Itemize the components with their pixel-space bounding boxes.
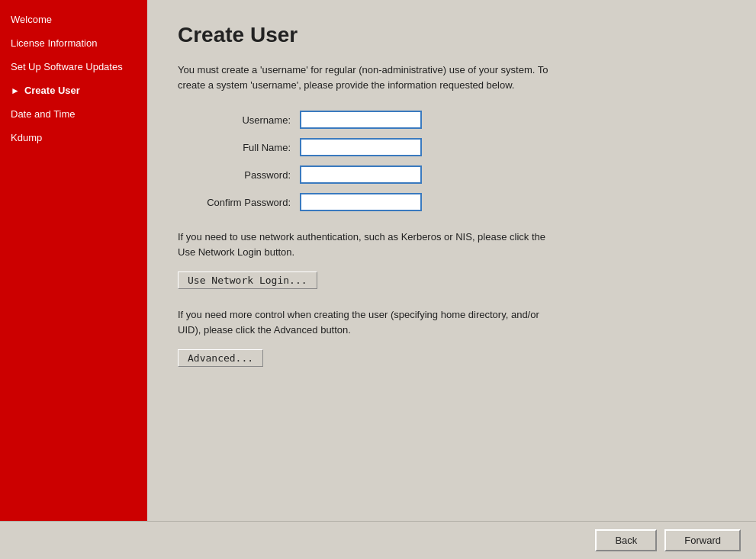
sidebar-item-label: Date and Time <box>11 108 76 120</box>
use-network-login-button[interactable]: Use Network Login... <box>178 271 317 289</box>
network-auth-section: If you need to use network authenticatio… <box>178 230 725 289</box>
sidebar-item-label: Kdump <box>11 132 42 143</box>
sidebar: Welcome License Information Set Up Softw… <box>0 0 147 521</box>
confirm-password-input[interactable] <box>300 193 422 211</box>
sidebar-item-label: Welcome <box>11 14 52 25</box>
create-user-form: Username: Full Name: Password: Confirm P… <box>178 111 725 211</box>
bottom-nav-bar: Back Forward <box>0 521 756 559</box>
active-arrow-icon: ► <box>11 85 20 96</box>
fullname-row: Full Name: <box>178 138 725 156</box>
sidebar-item-create-user[interactable]: ► Create User <box>0 79 147 102</box>
advanced-text: If you need more control when creating t… <box>178 307 552 337</box>
advanced-section: If you need more control when creating t… <box>178 307 725 367</box>
password-label: Password: <box>178 169 300 181</box>
main-content: Create User You must create a 'username'… <box>147 0 756 521</box>
network-auth-text: If you need to use network authenticatio… <box>178 230 552 259</box>
sidebar-item-set-up-software-updates[interactable]: Set Up Software Updates <box>0 55 147 79</box>
sidebar-item-license-information[interactable]: License Information <box>0 31 147 55</box>
password-input[interactable] <box>300 165 422 184</box>
back-button[interactable]: Back <box>595 529 657 551</box>
password-row: Password: <box>178 165 725 184</box>
username-row: Username: <box>178 111 725 129</box>
advanced-button-row: Advanced... <box>178 349 725 367</box>
confirm-password-row: Confirm Password: <box>178 193 725 211</box>
sidebar-item-label: License Information <box>11 37 97 49</box>
sidebar-item-date-and-time[interactable]: Date and Time <box>0 102 147 126</box>
page-title: Create User <box>178 23 725 47</box>
confirm-password-label: Confirm Password: <box>178 197 300 208</box>
page-description: You must create a 'username' for regular… <box>178 63 552 92</box>
username-input[interactable] <box>300 111 422 129</box>
network-login-button-row: Use Network Login... <box>178 271 725 289</box>
sidebar-item-label: Create User <box>24 85 80 96</box>
sidebar-item-kdump[interactable]: Kdump <box>0 126 147 149</box>
fullname-label: Full Name: <box>178 142 300 153</box>
username-label: Username: <box>178 114 300 126</box>
advanced-button[interactable]: Advanced... <box>178 349 263 367</box>
forward-button[interactable]: Forward <box>664 529 741 551</box>
sidebar-item-welcome[interactable]: Welcome <box>0 8 147 31</box>
fullname-input[interactable] <box>300 138 422 156</box>
sidebar-item-label: Set Up Software Updates <box>11 61 123 72</box>
